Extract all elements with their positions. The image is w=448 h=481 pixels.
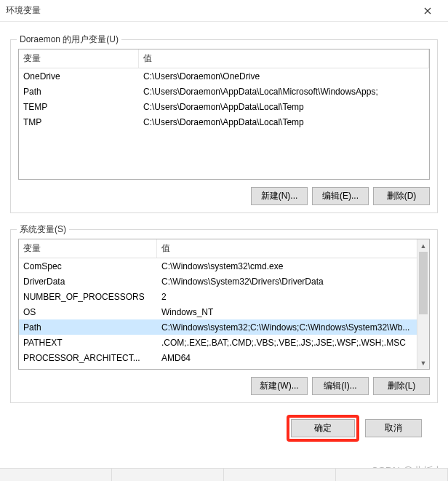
system-delete-button[interactable]: 删除(L) [373,377,430,395]
table-row[interactable]: NUMBER_OF_PROCESSORS2 [19,289,417,304]
ok-button[interactable]: 确定 [291,419,355,437]
col-value-header[interactable]: 值 [157,239,429,258]
close-button[interactable] [413,1,442,21]
table-row[interactable]: OneDriveC:\Users\Doraemon\OneDrive [19,68,429,84]
dialog-footer: 确定 取消 [10,403,438,442]
title-bar: 环境变量 [0,0,448,22]
table-row[interactable]: DriverDataC:\Windows\System32\Drivers\Dr… [19,274,417,289]
table-row[interactable]: PathC:\Windows\system32;C:\Windows;C:\Wi… [19,319,417,335]
scroll-up-icon[interactable]: ▲ [417,239,429,252]
user-group-legend: Doraemon 的用户变量(U) [17,33,121,46]
list-header: 变量 值 [19,49,429,68]
user-new-button[interactable]: 新建(N)... [251,187,308,205]
system-new-button[interactable]: 新建(W)... [251,377,308,395]
system-edit-button[interactable]: 编辑(I)... [312,377,369,395]
system-variables-group: 系统变量(S) 变量 值 ComSpecC:\Windows\system32\… [10,229,438,403]
scroll-down-icon[interactable]: ▼ [417,357,429,369]
window-title: 环境变量 [6,4,413,17]
table-row[interactable]: PATHEXT.COM;.EXE;.BAT;.CMD;.VBS;.VBE;.JS… [19,335,417,350]
table-row[interactable]: TEMPC:\Users\Doraemon\AppData\Local\Temp [19,99,429,114]
table-row[interactable]: ComSpecC:\Windows\system32\cmd.exe [19,258,417,274]
system-variables-list[interactable]: 变量 值 ComSpecC:\Windows\system32\cmd.exe … [18,239,430,370]
user-list-body: OneDriveC:\Users\Doraemon\OneDrive PathC… [19,68,429,179]
scrollbar[interactable]: ▲ ▼ [417,239,429,369]
col-name-header[interactable]: 变量 [19,239,157,258]
scroll-track[interactable] [417,252,429,357]
user-delete-button[interactable]: 删除(D) [373,187,430,205]
close-icon [424,7,431,15]
cropped-strip [0,468,448,481]
user-variables-list[interactable]: 变量 值 OneDriveC:\Users\Doraemon\OneDrive … [18,49,430,180]
user-edit-button[interactable]: 编辑(E)... [312,187,369,205]
table-row[interactable]: PROCESSOR_ARCHITECT...AMD64 [19,350,417,365]
table-row[interactable]: TMPC:\Users\Doraemon\AppData\Local\Temp [19,114,429,130]
system-group-legend: 系统变量(S) [17,223,69,236]
table-row[interactable]: PathC:\Users\Doraemon\AppData\Local\Micr… [19,84,429,99]
user-variables-group: Doraemon 的用户变量(U) 变量 值 OneDriveC:\Users\… [10,39,438,213]
col-value-header[interactable]: 值 [139,49,429,68]
table-row[interactable]: OSWindows_NT [19,304,417,319]
system-buttons: 新建(W)... 编辑(I)... 删除(L) [18,377,430,395]
dialog-content: Doraemon 的用户变量(U) 变量 值 OneDriveC:\Users\… [0,22,448,442]
ok-highlight: 确定 [287,415,359,442]
list-header: 变量 值 [19,239,429,258]
system-list-body: ComSpecC:\Windows\system32\cmd.exe Drive… [19,258,417,369]
cancel-button[interactable]: 取消 [365,419,422,437]
scroll-thumb[interactable] [419,252,428,314]
col-name-header[interactable]: 变量 [19,49,139,68]
user-buttons: 新建(N)... 编辑(E)... 删除(D) [18,187,430,205]
